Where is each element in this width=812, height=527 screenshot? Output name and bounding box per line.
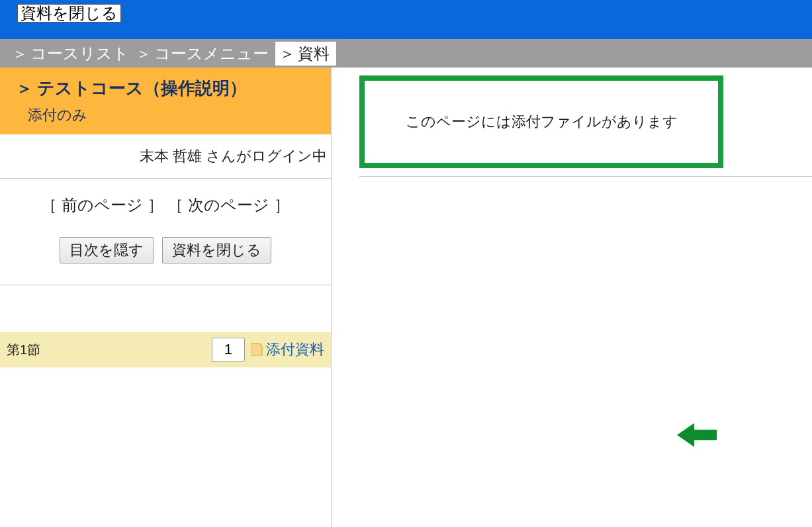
- file-attachment-icon: [251, 343, 263, 356]
- main-content: このページには添付ファイルがあります: [332, 68, 812, 527]
- chevron-right-icon: ＞: [16, 78, 33, 98]
- next-page-link[interactable]: ［ 次のページ ］: [167, 196, 289, 214]
- attachment-link[interactable]: 添付資料: [251, 340, 324, 359]
- chevron-right-icon: ＞: [279, 43, 295, 64]
- chevron-right-icon: ＞: [12, 43, 28, 64]
- chevron-right-icon: ＞: [136, 43, 152, 64]
- toc-buttons: 目次を隠す 資料を閉じる: [0, 222, 331, 285]
- course-title-row: ＞テストコース（操作説明）: [0, 68, 331, 104]
- divider: [0, 285, 331, 285]
- login-status: 末本 哲雄 さんがログイン中: [0, 134, 331, 178]
- attachment-notice-text: このページには添付ファイルがあります: [406, 112, 678, 132]
- breadcrumb-current-label: 資料: [298, 43, 330, 64]
- breadcrumb-course-menu[interactable]: コースメニュー: [154, 43, 269, 64]
- section-label: 第1節: [7, 341, 40, 359]
- breadcrumb-course-list[interactable]: コースリスト: [30, 43, 129, 64]
- page-nav: ［ 前のページ ］ ［ 次のページ ］: [0, 179, 331, 222]
- prev-page-link[interactable]: ［ 前のページ ］: [41, 196, 163, 214]
- page-number-button[interactable]: 1: [212, 338, 245, 361]
- attachment-link-label: 添付資料: [266, 340, 324, 359]
- close-material-button[interactable]: 資料を閉じる: [162, 237, 271, 264]
- close-material-top-button[interactable]: 資料を閉じる: [17, 4, 121, 23]
- divider: [359, 176, 812, 177]
- course-title: テストコース（操作説明）: [37, 78, 247, 98]
- svg-marker-0: [677, 423, 717, 447]
- top-bar: 資料を閉じる: [0, 0, 812, 39]
- arrow-left-icon: [677, 422, 717, 448]
- breadcrumb-current: ＞ 資料: [275, 42, 336, 66]
- attachment-notice-callout: このページには添付ファイルがあります: [359, 75, 723, 168]
- course-subtitle: 添付のみ: [0, 104, 331, 134]
- section-row: 第1節 1 添付資料: [0, 332, 331, 367]
- sidebar: ＞テストコース（操作説明） 添付のみ 末本 哲雄 さんがログイン中 ［ 前のペー…: [0, 68, 332, 527]
- hide-toc-button[interactable]: 目次を隠す: [60, 237, 154, 264]
- breadcrumb: ＞ コースリスト ＞ コースメニュー ＞ 資料: [0, 39, 812, 68]
